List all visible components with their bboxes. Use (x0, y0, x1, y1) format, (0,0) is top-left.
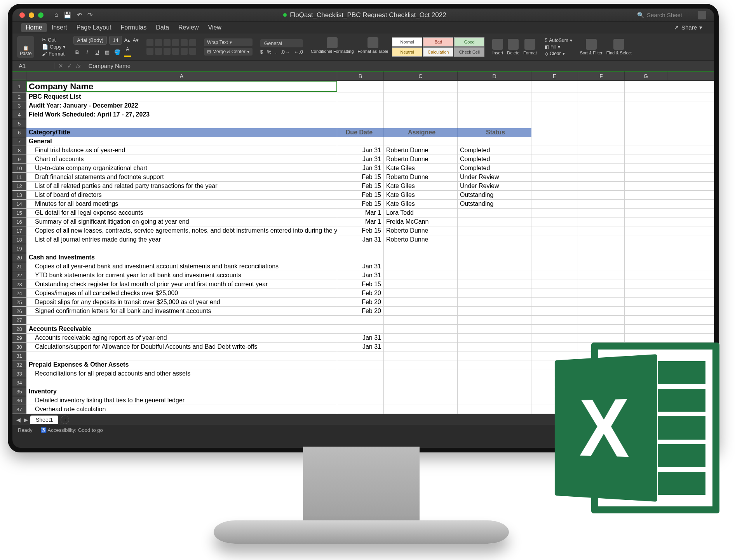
maximize-window-button[interactable] (38, 12, 44, 18)
cell[interactable] (384, 316, 458, 324)
cell[interactable] (578, 307, 625, 315)
cell[interactable]: Detailed inventory listing that ties to … (26, 396, 337, 405)
cell[interactable] (578, 155, 625, 163)
cell[interactable] (578, 146, 625, 155)
cell[interactable] (578, 191, 625, 199)
cell[interactable]: Company Name (26, 81, 337, 92)
cell[interactable] (384, 81, 458, 92)
row-number[interactable]: 25 (12, 298, 26, 306)
row-number[interactable]: 3 (12, 101, 26, 110)
cell[interactable] (384, 360, 458, 369)
cell[interactable]: Lora Todd (384, 209, 458, 217)
cell[interactable] (384, 244, 458, 253)
cell[interactable]: Calculations/support for Allowance for D… (26, 343, 337, 351)
cell[interactable] (337, 119, 384, 128)
cell[interactable] (26, 244, 337, 253)
style-neutral[interactable]: Neutral (392, 47, 422, 57)
cell[interactable]: Inventory (26, 387, 337, 396)
cell[interactable] (531, 101, 578, 110)
decrease-font-icon[interactable]: A▾ (132, 37, 139, 43)
cell[interactable] (458, 253, 531, 262)
row-number[interactable]: 8 (12, 146, 26, 155)
row-number[interactable]: 22 (12, 271, 26, 280)
cell[interactable]: Copies of all year-end bank and investme… (26, 262, 337, 271)
cell[interactable] (384, 271, 458, 280)
cell[interactable] (458, 298, 531, 306)
cell[interactable]: Copies of all new leases, contracts, ser… (26, 226, 337, 235)
col-header-a[interactable]: A (26, 71, 337, 80)
table-row[interactable]: 13List of board of directorsFeb 15Kate G… (12, 191, 714, 200)
row-number[interactable]: 6 (12, 128, 26, 137)
search-sheet[interactable]: 🔍 Search Sheet (637, 12, 682, 19)
cell[interactable] (531, 81, 578, 92)
autosum-button[interactable]: Σ AutoSum ▾ (545, 38, 572, 43)
cell[interactable] (625, 217, 667, 226)
cell[interactable] (384, 289, 458, 297)
cell[interactable] (531, 128, 578, 137)
close-window-button[interactable] (19, 12, 25, 18)
cell[interactable]: Deposit slips for any deposits in transi… (26, 298, 337, 306)
cell[interactable] (625, 200, 667, 208)
cell[interactable]: Completed (458, 164, 531, 172)
format-painter-button[interactable]: 🖌 Format (42, 51, 66, 57)
cell[interactable] (578, 200, 625, 208)
cell[interactable] (625, 244, 667, 253)
row-number[interactable]: 11 (12, 173, 26, 181)
cell[interactable]: PBC Request List (26, 92, 337, 101)
cell[interactable]: Final trial balance as of year-end (26, 146, 337, 155)
tab-review[interactable]: Review (174, 23, 203, 32)
cell[interactable]: Chart of accounts (26, 155, 337, 163)
row-number[interactable]: 12 (12, 182, 26, 190)
cell[interactable] (337, 325, 384, 333)
cell[interactable]: Jan 31 (337, 343, 384, 351)
row-number[interactable]: 17 (12, 226, 26, 235)
alignment-buttons[interactable] (146, 39, 196, 55)
cell[interactable]: Roberto Dunne (384, 173, 458, 181)
fill-color-button[interactable]: 🪣 (114, 49, 121, 55)
share-button[interactable]: ↗ Share ▾ (674, 24, 702, 31)
cell[interactable] (625, 271, 667, 280)
row-number[interactable]: 10 (12, 164, 26, 172)
cut-button[interactable]: ✂ Cut (42, 37, 66, 43)
home-icon[interactable]: ⌂ (54, 11, 58, 19)
table-row[interactable]: 20Cash and Investments (12, 253, 714, 262)
user-avatar[interactable] (698, 11, 706, 19)
table-row[interactable]: 4Field Work Scheduled: April 17 - 27, 20… (12, 110, 714, 119)
row-number[interactable]: 26 (12, 307, 26, 315)
table-row[interactable]: 16Summary of all significant litigation … (12, 217, 714, 226)
cell[interactable]: Completed (458, 155, 531, 163)
cell[interactable] (384, 334, 458, 342)
tab-view[interactable]: View (204, 23, 226, 32)
comma-icon[interactable]: , (275, 49, 277, 55)
cell[interactable] (384, 405, 458, 414)
cell[interactable] (625, 110, 667, 119)
tab-nav-next-icon[interactable]: ▶ (24, 417, 28, 423)
cell[interactable]: Cash and Investments (26, 253, 337, 262)
cell[interactable] (337, 244, 384, 253)
style-calculation[interactable]: Calculation (423, 47, 453, 57)
cell[interactable] (458, 325, 531, 333)
cell[interactable] (578, 173, 625, 181)
find-select-button[interactable]: Find & Select (606, 39, 632, 55)
cell[interactable] (625, 128, 667, 137)
cell[interactable]: Field Work Scheduled: April 17 - 27, 202… (26, 110, 337, 119)
cell[interactable] (337, 137, 384, 146)
col-header-g[interactable]: G (625, 71, 667, 80)
cell[interactable] (337, 101, 384, 110)
cell[interactable] (625, 334, 667, 342)
cell[interactable] (578, 298, 625, 306)
row-number[interactable]: 1 (12, 81, 26, 92)
accept-icon[interactable]: ✓ (67, 63, 72, 70)
cell[interactable] (625, 137, 667, 146)
cell[interactable] (578, 316, 625, 324)
col-header-f[interactable]: F (578, 71, 625, 80)
bold-button[interactable]: B (73, 49, 80, 55)
cell[interactable] (337, 387, 384, 396)
cell[interactable] (578, 119, 625, 128)
cell[interactable] (531, 244, 578, 253)
cell[interactable] (578, 289, 625, 297)
cell[interactable] (337, 110, 384, 119)
cell[interactable] (531, 155, 578, 163)
cell[interactable] (458, 217, 531, 226)
cell[interactable] (458, 316, 531, 324)
